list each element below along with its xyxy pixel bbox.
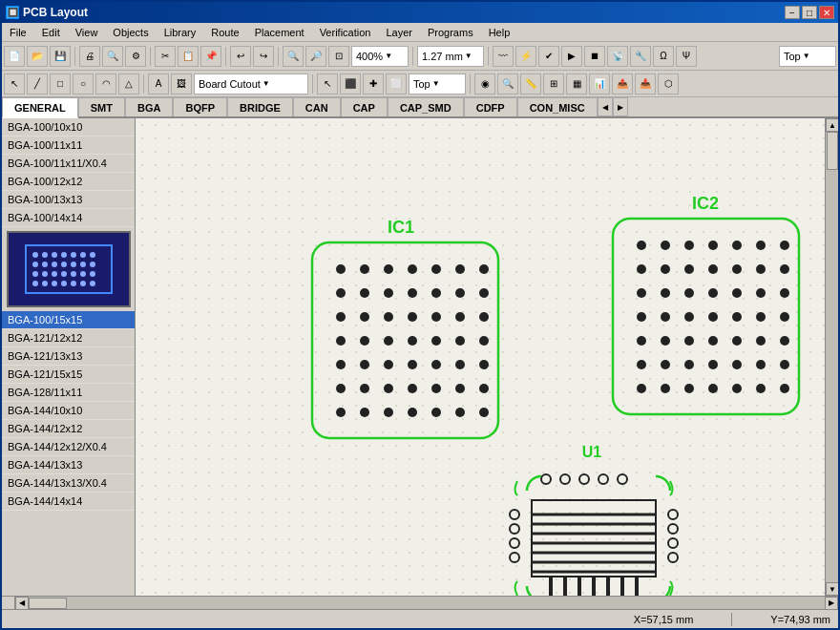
list-item[interactable]: BGA-100/12x12 <box>2 173 135 191</box>
cross-btn[interactable]: ✚ <box>363 74 384 94</box>
cut-btn[interactable]: ✂ <box>155 46 176 67</box>
run-btn[interactable]: ▶ <box>561 46 582 67</box>
measure-btn[interactable]: 📏 <box>520 74 541 94</box>
tab-bqfp[interactable]: BQFP <box>173 97 227 116</box>
layer-dropdown2[interactable]: Top ▼ <box>409 74 466 94</box>
list-item[interactable]: BGA-144/14x14 <box>2 493 135 511</box>
tab-cap[interactable]: CAP <box>341 97 388 116</box>
scroll-down-btn[interactable]: ▼ <box>826 582 838 596</box>
import-btn[interactable]: 📥 <box>635 74 656 94</box>
tab-bga[interactable]: BGA <box>125 97 173 116</box>
menu-route[interactable]: Route <box>203 25 246 40</box>
scroll-track[interactable] <box>826 132 838 582</box>
menu-help[interactable]: Help <box>481 25 518 40</box>
menu-file[interactable]: File <box>2 25 34 40</box>
menu-objects[interactable]: Objects <box>105 25 156 40</box>
autoroute-btn[interactable]: ⚡ <box>515 46 536 67</box>
list-item[interactable]: BGA-144/10x10 <box>2 402 135 420</box>
list-item[interactable]: BGA-100/10x10 <box>2 118 135 136</box>
horizontal-scrollbar[interactable]: ◀ ▶ <box>15 597 838 609</box>
list-item[interactable]: BGA-144/13x13 <box>2 456 135 474</box>
tab-prev-btn[interactable]: ◀ <box>598 97 613 116</box>
poly-btn[interactable]: △ <box>118 74 139 94</box>
tab-can[interactable]: CAN <box>293 97 341 116</box>
grid-dropdown[interactable]: 1.27 mm ▼ <box>417 46 484 67</box>
list-item[interactable]: BGA-128/11x11 <box>2 384 135 402</box>
maximize-button[interactable]: □ <box>802 6 817 19</box>
tab-smt[interactable]: SMT <box>78 97 125 116</box>
menu-verification[interactable]: Verification <box>312 25 379 40</box>
hscroll-thumb[interactable] <box>29 598 67 609</box>
tab-general[interactable]: GENERAL <box>2 97 78 118</box>
list-item[interactable]: BGA-144/12x12 <box>2 420 135 438</box>
tab-bridge[interactable]: BRIDGE <box>227 97 293 116</box>
menu-layer[interactable]: Layer <box>378 25 420 40</box>
minimize-button[interactable]: − <box>785 6 800 19</box>
list-item[interactable]: BGA-100/14x14 <box>2 209 135 227</box>
preview-btn[interactable]: 🔍 <box>102 46 123 67</box>
list-item[interactable]: BGA-121/15x15 <box>2 366 135 384</box>
menu-placement[interactable]: Placement <box>247 25 312 40</box>
menu-programs[interactable]: Programs <box>420 25 481 40</box>
redo-btn[interactable]: ↪ <box>253 46 274 67</box>
grid-btn[interactable]: ⊞ <box>543 74 564 94</box>
hscroll-left-btn[interactable]: ◀ <box>15 597 29 610</box>
cutout-dropdown[interactable]: Board Cutout ▼ <box>194 74 308 94</box>
zoom-out-btn[interactable]: 🔎 <box>305 46 326 67</box>
zoom-in-btn[interactable]: 🔍 <box>283 46 304 67</box>
list-item[interactable]: BGA-100/15x15 <box>2 311 135 329</box>
tab-con-misc[interactable]: CON_MISC <box>517 97 598 116</box>
menu-view[interactable]: View <box>68 25 106 40</box>
select-btn[interactable]: ↖ <box>4 74 25 94</box>
export-btn[interactable]: 📤 <box>612 74 633 94</box>
scroll-thumb[interactable] <box>827 132 838 170</box>
list-item[interactable]: BGA-100/11x11/X0.4 <box>2 155 135 173</box>
list-item[interactable]: BGA-121/12x12 <box>2 329 135 347</box>
print-btn[interactable]: 🖨 <box>79 46 100 67</box>
tool1-btn[interactable]: 📡 <box>607 46 628 67</box>
copy-btn[interactable]: 📋 <box>178 46 199 67</box>
save-btn[interactable]: 💾 <box>50 46 71 67</box>
corner-btn[interactable] <box>2 597 15 609</box>
close-button[interactable]: ✕ <box>819 6 834 19</box>
via-btn[interactable]: ◉ <box>474 74 495 94</box>
comp-btn[interactable]: ⬛ <box>340 74 361 94</box>
circle-btn[interactable]: ○ <box>73 74 94 94</box>
tool2-btn[interactable]: 🔧 <box>630 46 651 67</box>
menu-edit[interactable]: Edit <box>34 25 68 40</box>
route-btn[interactable]: 〰 <box>493 46 514 67</box>
new-btn[interactable]: 📄 <box>4 46 25 67</box>
text-btn[interactable]: A <box>148 74 169 94</box>
pcb-canvas[interactable]: IC1 <box>136 118 825 596</box>
3d-btn[interactable]: ⬡ <box>658 74 679 94</box>
tool4-btn[interactable]: Ψ <box>676 46 697 67</box>
list-item[interactable]: BGA-121/13x13 <box>2 347 135 366</box>
image-btn[interactable]: 🖼 <box>171 74 192 94</box>
hscroll-right-btn[interactable]: ▶ <box>825 597 838 610</box>
canvas-area[interactable]: IC1 <box>136 118 825 596</box>
zoom-fit-btn[interactable]: ⊡ <box>328 46 349 67</box>
rect-btn[interactable]: □ <box>50 74 71 94</box>
settings-btn[interactable]: ⚙ <box>125 46 146 67</box>
undo-btn[interactable]: ↩ <box>230 46 251 67</box>
menu-library[interactable]: Library <box>157 25 204 40</box>
component-list[interactable]: BGA-100/10x10 BGA-100/11x11 BGA-100/11x1… <box>2 118 135 596</box>
zoom-dropdown[interactable]: 400% ▼ <box>351 46 409 67</box>
tab-cdfp[interactable]: CDFP <box>464 97 517 116</box>
list-item[interactable]: BGA-100/13x13 <box>2 191 135 209</box>
chart-btn[interactable]: 📊 <box>589 74 610 94</box>
drc-btn[interactable]: ✔ <box>538 46 559 67</box>
line-btn[interactable]: ╱ <box>27 74 48 94</box>
layer-dropdown[interactable]: Top ▼ <box>779 46 836 67</box>
pad-btn[interactable]: ⬜ <box>386 74 407 94</box>
hscroll-track[interactable] <box>29 597 825 610</box>
list-item[interactable]: BGA-144/13x13/X0.4 <box>2 474 135 493</box>
list-item[interactable]: BGA-100/11x11 <box>2 136 135 155</box>
table-btn[interactable]: ▦ <box>566 74 587 94</box>
stop-btn[interactable]: ⏹ <box>584 46 605 67</box>
zoom2-btn[interactable]: 🔍 <box>497 74 518 94</box>
tab-cap-smd[interactable]: CAP_SMD <box>388 97 464 116</box>
scroll-up-btn[interactable]: ▲ <box>826 118 838 132</box>
open-btn[interactable]: 📂 <box>27 46 48 67</box>
paste-btn[interactable]: 📌 <box>200 46 221 67</box>
